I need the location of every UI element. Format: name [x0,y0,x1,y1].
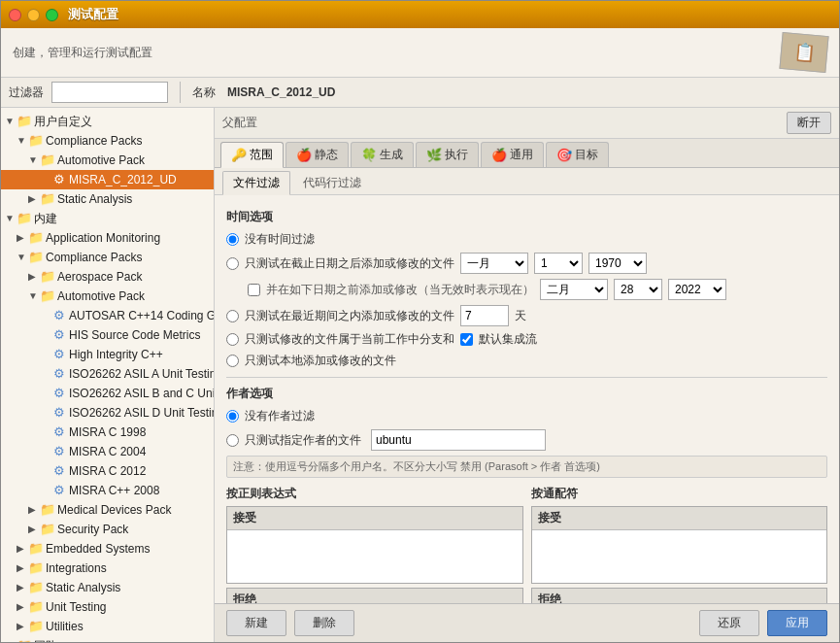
folder-icon: 📁 [28,542,44,556]
sidebar-item-iso26262d[interactable]: ⚙ ISO26262 ASIL D Unit Testing [1,403,214,423]
filter-input[interactable] [51,82,168,103]
folder-icon: 📁 [40,289,55,303]
tab-execute[interactable]: 🌿 执行 [416,142,479,167]
sidebar-item-iso26262a[interactable]: ⚙ ISO26262 ASIL A Unit Testing [1,364,214,384]
restore-button[interactable]: 还原 [699,610,759,636]
sub-tab-file-filter[interactable]: 文件过滤 [222,171,290,195]
tab-target[interactable]: 🎯 目标 [546,142,609,167]
sidebar-item-compliance-user[interactable]: ▼ 📁 Compliance Packs [1,131,214,151]
sidebar-item-static[interactable]: ▶ 📁 Static Analysis [1,578,214,597]
sidebar-item-app-monitoring[interactable]: ▶ 📁 Application Monitoring [1,228,214,248]
sidebar-item-static-user[interactable]: ▶ 📁 Static Analysis [1,189,214,209]
arrow-icon: ▶ [5,637,17,642]
sidebar-item-highintegrity[interactable]: ⚙ High Integrity C++ [1,345,214,364]
folder-icon: 📁 [17,212,32,225]
arrow-icon: ▶ [17,598,28,616]
config-icon: ⚙ [51,328,67,342]
sidebar-item-iso26262bc[interactable]: ⚙ ISO26262 ASIL B and C Unit Testin... [1,384,214,403]
close-btn[interactable] [9,9,21,21]
sidebar-item-aerospace[interactable]: ▶ 📁 Aerospace Pack [1,267,214,287]
config-icon: ⚙ [51,309,67,322]
sidebar-item-misra2004[interactable]: ⚙ MISRA C 2004 [1,442,214,461]
folder-icon: 📁 [17,115,32,128]
new-button[interactable]: 新建 [226,610,286,636]
day-select-2[interactable]: 28 [614,279,662,300]
config-icon: ⚙ [51,425,67,439]
arrow-icon: ▶ [17,618,28,635]
default-stream-checkbox[interactable] [460,333,473,346]
before-date-checkbox[interactable] [248,284,260,296]
arrow-icon: ▶ [28,190,40,208]
sidebar-item-misra2012[interactable]: ⚙ MISRA C 2012 [1,461,214,481]
arrow-icon: ▶ [28,268,40,286]
author-option-none: 没有作者过滤 [226,408,827,424]
main-window: 测试配置 创建，管理和运行测试配置 📋 过滤器 名称 MISRA_C_2012_… [0,0,840,643]
regex-accept-body [227,530,522,569]
arrow-icon: ▶ [17,229,28,247]
author-radio-none-label: 没有作者过滤 [245,408,315,424]
parent-config-label: 父配置 [222,115,257,131]
sidebar-item-utilities[interactable]: ▶ 📁 Utilities [1,617,214,636]
time-option-branch: 只测试修改的文件属于当前工作中分支和 默认集成流 [226,331,827,348]
sidebar-item-automotive-user[interactable]: ▼ 📁 Automotive Pack [1,151,214,170]
time-option-deadline: 只测试在截止日期之后添加或修改的文件 一月二月三月 1 1970 [226,253,827,274]
sidebar-label-selected: MISRA_C_2012_UD [69,171,177,188]
day-select-1[interactable]: 1 [534,253,583,274]
disconnect-button[interactable]: 断开 [787,112,831,134]
sidebar-item-misracpp2008[interactable]: ⚙ MISRA C++ 2008 [1,481,214,500]
time-radio-local[interactable] [226,355,239,367]
sidebar-item-compliance-builtin[interactable]: ▼ 📁 Compliance Packs [1,248,214,267]
wildcard-reject-header: 拒绝 [532,589,827,603]
month-select-2[interactable]: 二月 [540,279,608,300]
month-select-1[interactable]: 一月二月三月 [460,253,528,274]
path-section: 按正则表达式 按通配符 接受 [226,486,827,603]
sidebar-item-embedded[interactable]: ▶ 📁 Embedded Systems [1,539,214,558]
folder-icon: 📁 [40,153,55,167]
target-tab-icon: 🎯 [556,148,572,162]
author-input[interactable] [371,429,546,451]
arrow-icon: ▼ [17,249,28,266]
static-tab-icon: 🍎 [296,148,312,162]
sidebar-label: Compliance Packs [46,132,142,150]
sidebar-item-security[interactable]: ▶ 📁 Security Pack [1,520,214,539]
sidebar-item-misra-ud[interactable]: ⚙ MISRA_C_2012_UD [1,170,214,189]
folder-icon: 📁 [28,581,44,594]
arrow-icon: ▼ [17,132,28,150]
author-radio-specific[interactable] [226,434,239,447]
delete-button[interactable]: 删除 [294,610,354,636]
sidebar-item-his[interactable]: ⚙ HIS Source Code Metrics [1,325,214,345]
sidebar-item-misra1998[interactable]: ⚙ MISRA C 1998 [1,423,214,442]
sidebar-item-user-defined[interactable]: ▼ 📁 用户自定义 [1,112,214,131]
sidebar-label: Static Analysis [57,190,132,208]
sub-tab-line-label: 代码行过滤 [303,176,361,189]
time-radio-none[interactable] [226,233,239,246]
sidebar-label: Utilities [46,618,84,635]
regex-reject-header: 拒绝 [227,589,522,603]
sidebar-item-unittesting[interactable]: ▶ 📁 Unit Testing [1,597,214,617]
year-select-1[interactable]: 1970 [588,253,647,274]
config-icon: ⚙ [51,348,67,361]
author-radio-none[interactable] [226,410,239,423]
recent-value-input[interactable] [460,305,509,326]
sidebar-item-medical[interactable]: ▶ 📁 Medical Devices Pack [1,500,214,520]
tab-static[interactable]: 🍎 静态 [286,142,349,167]
tab-bar: 🔑 范围 🍎 静态 🍀 生成 🌿 执行 🍎 通用 [215,139,839,168]
time-radio-recent[interactable] [226,310,239,322]
sidebar-item-team[interactable]: ▶ 📁 团队 [1,636,214,642]
tab-generate[interactable]: 🍀 生成 [351,142,414,167]
minimize-btn[interactable] [27,9,40,21]
year-select-2[interactable]: 2022 [668,279,726,300]
time-radio-deadline[interactable] [226,257,239,270]
tab-scope[interactable]: 🔑 范围 [220,142,284,168]
sidebar-item-builtin[interactable]: ▼ 📁 内建 [1,209,214,228]
apply-button[interactable]: 应用 [767,610,827,636]
sidebar-item-automotive-builtin[interactable]: ▼ 📁 Automotive Pack [1,287,214,306]
sidebar-item-autosar[interactable]: ⚙ AUTOSAR C++14 Coding Guidelines [1,306,214,325]
time-radio-branch[interactable] [226,333,239,346]
divider [180,82,181,103]
sub-tab-line-filter[interactable]: 代码行过滤 [292,171,372,194]
maximize-btn[interactable] [46,9,58,21]
window-title: 测试配置 [68,6,118,23]
sidebar-item-integrations[interactable]: ▶ 📁 Integrations [1,558,214,578]
tab-general[interactable]: 🍎 通用 [481,142,544,167]
